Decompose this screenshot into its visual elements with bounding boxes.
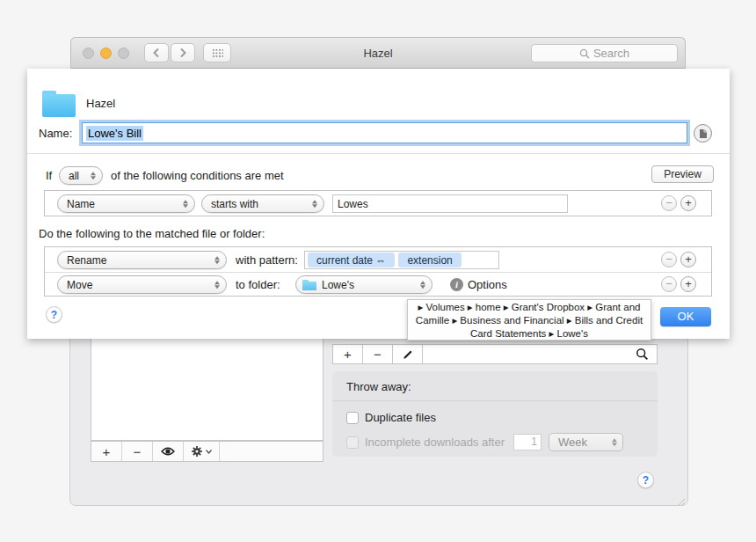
- remove-condition-button[interactable]: −: [661, 195, 677, 211]
- name-field-label: Name:: [39, 127, 72, 140]
- preview-button[interactable]: Preview: [651, 165, 714, 183]
- pattern-token[interactable]: extension: [398, 253, 461, 267]
- add-action-button[interactable]: +: [680, 276, 696, 292]
- info-icon[interactable]: i: [450, 278, 463, 291]
- rule-name-input[interactable]: Lowe's Bill: [82, 122, 687, 143]
- divider: [27, 153, 730, 154]
- search-icon: [579, 48, 590, 59]
- add-action-button[interactable]: +: [680, 252, 696, 267]
- action-verb-popup[interactable]: Move: [57, 275, 227, 294]
- add-condition-button[interactable]: +: [680, 195, 696, 211]
- folder-param-label: to folder:: [236, 278, 280, 291]
- sheet-help-button[interactable]: ?: [46, 306, 62, 323]
- chevron-updown-icon: [612, 438, 617, 447]
- conditions-clause: of the following conditions are met: [111, 169, 284, 182]
- gear-menu-button[interactable]: [184, 442, 220, 461]
- match-mode-popup[interactable]: all: [59, 166, 103, 185]
- folder-list-toolbar: + −: [91, 441, 323, 462]
- action-verb-popup[interactable]: Rename: [57, 251, 227, 269]
- minus-icon: −: [374, 348, 382, 361]
- throw-away-panel: Throw away: Duplicate files Incomplete d…: [332, 371, 658, 457]
- panel-divider: [332, 400, 658, 401]
- ok-button[interactable]: OK: [660, 307, 711, 326]
- prefs-help-button[interactable]: ?: [637, 472, 654, 488]
- remove-action-button[interactable]: −: [661, 252, 677, 267]
- remove-rule-button[interactable]: −: [363, 345, 393, 363]
- rule-editor-sheet: Hazel Name: Lowe's Bill If all of the fo…: [27, 69, 730, 339]
- add-rule-button[interactable]: +: [333, 345, 363, 363]
- incomplete-downloads-checkbox[interactable]: [346, 436, 359, 449]
- condition-value-input[interactable]: Lowes: [332, 194, 568, 213]
- destination-folder-popup[interactable]: Lowe's: [295, 275, 433, 294]
- chevron-updown-icon: [183, 200, 188, 209]
- condition-row: Name starts with Lowes − +: [44, 190, 712, 216]
- window-titlebar: Hazel Search: [70, 37, 686, 69]
- edit-rule-button[interactable]: [393, 345, 423, 363]
- monitored-folder-name: Hazel: [86, 97, 115, 110]
- chevron-down-icon: [206, 450, 212, 454]
- pattern-token-field[interactable]: current date ⇔ extension: [304, 251, 499, 269]
- chevron-updown-icon: [91, 172, 96, 180]
- selected-text: Lowe's Bill: [86, 126, 143, 141]
- match-mode-label: all: [69, 170, 79, 182]
- incomplete-downloads-row: Incomplete downloads after 1 Week: [346, 433, 623, 451]
- plus-icon: +: [103, 445, 111, 458]
- folder-toolbar-spacer: [220, 442, 323, 461]
- remove-folder-button[interactable]: −: [122, 442, 153, 461]
- search-icon: [636, 348, 649, 361]
- eye-icon: [161, 446, 175, 457]
- document-icon: [699, 128, 708, 139]
- condition-attribute-popup[interactable]: Name: [57, 194, 195, 213]
- chevron-updown-icon: [214, 256, 220, 265]
- incomplete-downloads-label: Incomplete downloads after: [365, 436, 505, 449]
- remove-action-button[interactable]: −: [661, 276, 677, 292]
- destination-folder-label: Lowe's: [322, 279, 354, 291]
- pattern-param-label: with pattern:: [236, 253, 298, 267]
- plus-icon: +: [344, 348, 352, 361]
- folder-icon: [42, 91, 76, 117]
- duplicate-files-checkbox[interactable]: [346, 412, 359, 424]
- chevron-updown-icon: [420, 281, 425, 289]
- folder-icon: [302, 280, 316, 290]
- chevron-updown-icon: [214, 281, 220, 289]
- rule-note-button[interactable]: [694, 124, 712, 143]
- gear-icon: [191, 445, 203, 458]
- pencil-icon: [403, 349, 413, 360]
- options-label[interactable]: Options: [468, 278, 507, 291]
- search-field[interactable]: Search: [531, 44, 678, 62]
- interval-unit-label: Week: [558, 436, 587, 449]
- condition-operator-popup[interactable]: starts with: [201, 194, 324, 213]
- condition-operator-label: starts with: [211, 198, 258, 210]
- chevron-updown-icon: [312, 200, 317, 209]
- screen: + − + − Throw away: Duplicate files Inco…: [0, 0, 756, 542]
- interval-value-field[interactable]: 1: [513, 434, 542, 450]
- resize-grip[interactable]: [675, 495, 686, 506]
- action-verb-label: Move: [67, 279, 92, 291]
- condition-attribute-label: Name: [67, 198, 95, 210]
- pattern-token[interactable]: current date ⇔: [308, 253, 395, 267]
- rules-search-field[interactable]: [423, 345, 657, 363]
- actions-box: Rename with pattern: current date ⇔ exte…: [44, 246, 712, 297]
- interval-unit-popup[interactable]: Week: [549, 433, 623, 451]
- duplicate-files-label: Duplicate files: [365, 411, 436, 424]
- rules-toolbar: + −: [332, 344, 658, 364]
- if-label: If: [46, 169, 52, 182]
- minus-icon: −: [134, 445, 142, 458]
- add-folder-button[interactable]: +: [91, 442, 122, 461]
- throw-away-heading: Throw away:: [346, 380, 411, 393]
- action-verb-label: Rename: [67, 254, 106, 267]
- actions-heading: Do the following to the matched file or …: [39, 227, 265, 240]
- divider: [45, 272, 711, 273]
- search-placeholder: Search: [593, 47, 629, 60]
- folder-path-tooltip: ▸ Volumes ▸ home ▸ Grant's Dropbox ▸ Gra…: [407, 299, 651, 341]
- preview-eye-button[interactable]: [153, 442, 184, 461]
- duplicate-files-row: Duplicate files: [346, 411, 436, 424]
